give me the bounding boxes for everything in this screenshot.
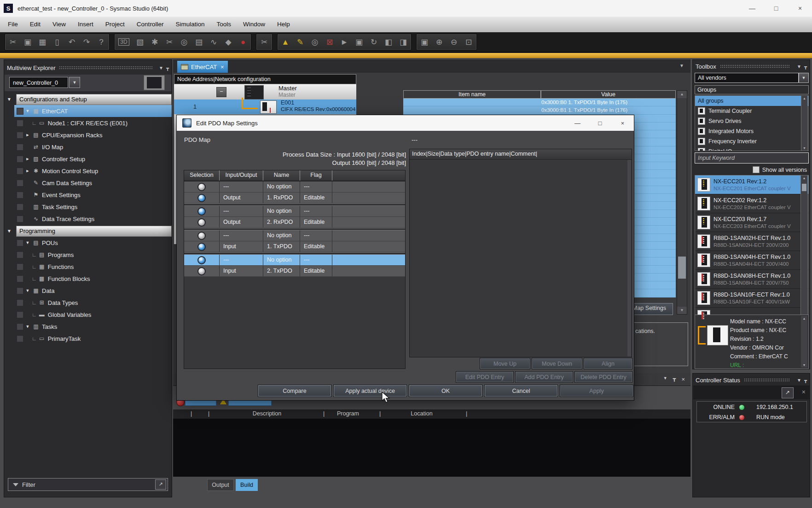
- sidebar-item-data[interactable]: ▼▦Data: [14, 285, 172, 297]
- pdo-map-row[interactable]: Input1. TxPDOEditable: [184, 241, 405, 252]
- slave-node-row[interactable]: 1 E001 CIFX RE/ECS Rev:0x00060004: [174, 99, 356, 114]
- expand-icon[interactable]: ▼: [23, 324, 32, 329]
- scroll-down-icon[interactable]: ▼: [801, 363, 807, 367]
- expand-icon[interactable]: ►: [23, 133, 32, 137]
- scroll-up-icon[interactable]: ▲: [677, 91, 687, 98]
- close-panel-icon[interactable]: ×: [681, 376, 685, 383]
- tree-checkbox[interactable]: [17, 108, 23, 115]
- pdo-map-row[interactable]: ---No option---: [184, 181, 405, 193]
- column-header-location[interactable]: Location: [399, 410, 445, 417]
- selection-radio[interactable]: [197, 267, 206, 275]
- expand-icon[interactable]: ▼: [23, 109, 32, 113]
- sidebar-item-event-settings[interactable]: ⚑Event Settings: [14, 189, 172, 201]
- pdo-map-row[interactable]: Output2. RxPDOEditable: [184, 217, 405, 228]
- device-item[interactable]: NX-ECC201 Rev:1.2NX-ECC201 EtherCAT coup…: [695, 175, 808, 194]
- chevron-down-icon[interactable]: ▼: [159, 65, 163, 70]
- align-button[interactable]: Align: [584, 358, 632, 369]
- sidebar-item-function-blocks[interactable]: ∟▩Function Blocks: [14, 273, 172, 285]
- tree-checkbox[interactable]: [17, 156, 23, 163]
- menu-project[interactable]: Project: [99, 17, 131, 32]
- device-item[interactable]: NX-ECC202 Rev:1.2NX-ECC202 EtherCAT coup…: [695, 194, 808, 213]
- tree-checkbox[interactable]: [17, 132, 23, 139]
- scroll-up-icon[interactable]: ▲: [801, 316, 807, 320]
- menu-file[interactable]: File: [2, 17, 24, 32]
- insert-unit-icon[interactable]: ▧: [136, 38, 144, 46]
- tree-checkbox[interactable]: [17, 299, 23, 306]
- sidebar-item-global-variables[interactable]: ∟▬Global Variables: [14, 309, 172, 321]
- tab-output[interactable]: Output: [207, 479, 234, 491]
- zoom-100-icon[interactable]: ⊡: [464, 38, 473, 46]
- search-input[interactable]: [695, 152, 809, 163]
- toolbox-group-frequency-inverter[interactable]: Frequency Inverter: [695, 136, 808, 146]
- edit-cut-icon[interactable]: ✂: [260, 38, 268, 46]
- tree-section[interactable]: ▼Programming: [4, 226, 172, 237]
- abort-build-icon[interactable]: ✎: [296, 38, 304, 46]
- monitor-icon[interactable]: ◎: [311, 38, 319, 46]
- pulse-monitor-icon[interactable]: ∿: [209, 38, 218, 46]
- error-list-icon[interactable]: ●: [239, 38, 247, 46]
- sidebar-item-data-types[interactable]: ∟⊞Data Types: [14, 297, 172, 309]
- sidebar-item-cam-data-settings[interactable]: ✎Cam Data Settings: [14, 177, 172, 189]
- vendor-filter-select[interactable]: All vendors: [695, 73, 799, 83]
- item-name-column-header[interactable]: Item name: [403, 90, 541, 99]
- maximize-button[interactable]: □: [764, 0, 788, 17]
- expand-icon[interactable]: ▼: [4, 94, 16, 105]
- cut-icon[interactable]: ✂: [9, 38, 17, 46]
- expand-icon[interactable]: ▼: [4, 226, 16, 237]
- dialog-close-button[interactable]: ×: [611, 115, 634, 131]
- toolbox-group-servo-drives[interactable]: Servo Drives: [695, 116, 808, 126]
- fit-zoom-icon[interactable]: ▣: [420, 38, 429, 46]
- undo-icon[interactable]: ↶: [68, 38, 76, 46]
- tree-checkbox[interactable]: [17, 168, 23, 175]
- menu-insert[interactable]: Insert: [72, 17, 99, 32]
- show-all-versions-checkbox[interactable]: [753, 166, 760, 173]
- minimize-button[interactable]: —: [740, 0, 764, 17]
- expand-icon[interactable]: ▼: [23, 240, 32, 245]
- sidebar-item-motion-control-setup[interactable]: ►✱Motion Control Setup: [14, 165, 172, 177]
- collapse-node-icon[interactable]: −: [216, 87, 226, 97]
- tree-checkbox[interactable]: [17, 180, 23, 187]
- run-copy-icon[interactable]: ▣: [355, 38, 363, 46]
- add-pdo-entry-button[interactable]: Add PDO Entry: [516, 372, 573, 382]
- device-list-scrollbar[interactable]: ▲ ▼: [800, 175, 808, 320]
- tree-checkbox[interactable]: [17, 144, 23, 151]
- apply-actual-device-button[interactable]: Apply actual device: [334, 385, 406, 397]
- rebuild-icon[interactable]: ✂: [165, 38, 174, 46]
- expand-icon[interactable]: ►: [23, 169, 32, 173]
- menu-tools[interactable]: Tools: [210, 17, 237, 32]
- watch-window-icon[interactable]: ◎: [180, 38, 188, 46]
- details-scrollbar[interactable]: ▲ ▼: [801, 316, 807, 368]
- pin-icon[interactable]: ┳: [166, 65, 169, 70]
- search-icon[interactable]: ◆: [224, 38, 232, 46]
- device-item[interactable]: R88D-1SAN04H-ECT Rev:1.0R88D-1SAN04H-ECT…: [695, 251, 808, 270]
- sidebar-item-primarytask[interactable]: ∟▭PrimaryTask: [14, 333, 172, 345]
- selection-radio[interactable]: [197, 218, 206, 227]
- sidebar-item-functions[interactable]: ∟▦Functions: [14, 261, 172, 273]
- device-item[interactable]: R88D-1SAN10F-ECT Rev:1.0R88D-1SAN10F-ECT…: [695, 289, 808, 308]
- sidebar-item-tasks[interactable]: ▼▥Tasks: [14, 321, 172, 333]
- device-item[interactable]: R88D-1SAN02H-ECT Rev:1.0R88D-1SAN02H-ECT…: [695, 232, 808, 251]
- tree-checkbox[interactable]: [17, 251, 23, 258]
- column-header[interactable]: Name: [263, 170, 300, 181]
- menu-help[interactable]: Help: [271, 17, 296, 32]
- sidebar-item-i-o-map[interactable]: ⇄I/O Map: [14, 141, 172, 153]
- refresh-icon[interactable]: ↻: [370, 38, 378, 46]
- paste-icon[interactable]: ▦: [38, 38, 46, 46]
- tree-checkbox[interactable]: [17, 275, 23, 282]
- column-header[interactable]: Flag: [300, 170, 332, 181]
- pin-icon[interactable]: ┳: [804, 378, 807, 383]
- tree-checkbox[interactable]: [17, 287, 23, 294]
- scroll-up-icon[interactable]: ▲: [801, 96, 807, 100]
- groups-scrollbar[interactable]: ▲ ▼: [801, 95, 808, 151]
- stop-monitor-icon[interactable]: ⊠: [325, 38, 334, 46]
- selection-radio[interactable]: [197, 256, 206, 264]
- build-warning-icon[interactable]: ▲: [281, 38, 290, 46]
- redo-icon[interactable]: ↷: [82, 38, 91, 46]
- tree-checkbox[interactable]: [17, 335, 23, 342]
- sidebar-item-task-settings[interactable]: ▥Task Settings: [14, 201, 172, 213]
- toolbox-group-all-groups[interactable]: All groups: [695, 96, 808, 106]
- value-column-header[interactable]: Value: [541, 90, 676, 99]
- 3d-view-icon[interactable]: 3D: [118, 38, 129, 46]
- help-icon[interactable]: ?: [97, 38, 105, 46]
- vendor-filter-arrow[interactable]: ▼: [799, 73, 809, 83]
